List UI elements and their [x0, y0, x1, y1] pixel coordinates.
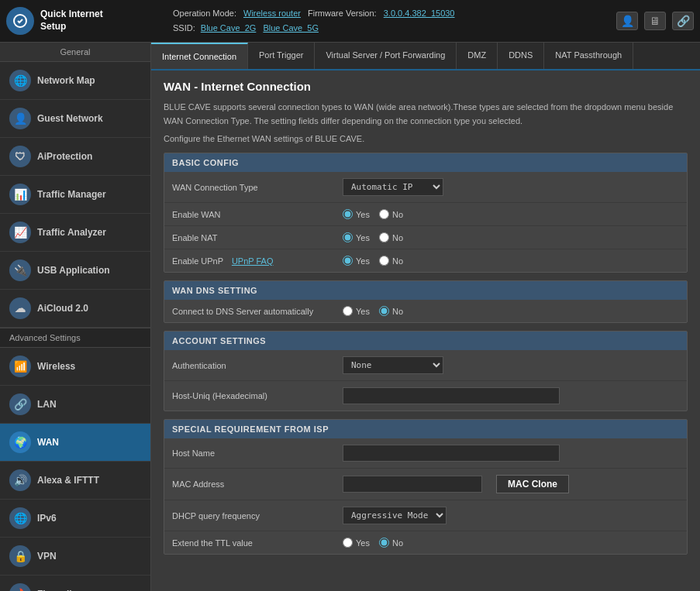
dns-yes-label[interactable]: Yes	[343, 306, 370, 316]
dhcp-query-select[interactable]: Aggressive Mode Normal Mode	[343, 507, 447, 524]
content-inner: WAN - Internet Connection BLUE CAVE supp…	[151, 70, 700, 591]
host-uniq-control	[343, 387, 679, 404]
sidebar-item-wan[interactable]: 🌍 WAN	[0, 424, 150, 462]
traffic-manager-icon: 📊	[9, 184, 31, 205]
enable-nat-yes-radio[interactable]	[343, 232, 353, 242]
extend-ttl-label: Extend the TTL value	[172, 538, 343, 548]
extend-ttl-no-radio[interactable]	[379, 538, 389, 548]
operation-mode-value[interactable]: Wireless router	[243, 9, 301, 18]
sidebar-item-traffic-manager[interactable]: 📊 Traffic Manager	[0, 176, 150, 214]
sidebar-label-network-map: Network Map	[37, 75, 95, 86]
sidebar-item-aicloud[interactable]: ☁ AiCloud 2.0	[0, 290, 150, 328]
dhcp-query-row: DHCP query frequency Aggressive Mode Nor…	[164, 500, 687, 531]
wan-connection-type-label: WAN Connection Type	[172, 183, 343, 192]
enable-upnp-yes-radio[interactable]	[343, 256, 353, 266]
enable-upnp-no-radio[interactable]	[379, 256, 389, 266]
network-map-icon: 🌐	[9, 70, 31, 91]
mac-address-row: MAC Address MAC Clone	[164, 469, 687, 500]
mac-clone-button[interactable]: MAC Clone	[496, 475, 569, 493]
description: BLUE CAVE supports several connection ty…	[164, 101, 688, 128]
sidebar-item-ipv6[interactable]: 🌐 IPv6	[0, 500, 150, 538]
tab-dmz[interactable]: DMZ	[457, 43, 498, 69]
authentication-row: Authentication None PAP CHAP	[164, 350, 687, 381]
extend-ttl-no-label[interactable]: No	[379, 538, 403, 548]
mac-address-input[interactable]	[343, 476, 482, 493]
dns-auto-row: Connect to DNS Server automatically Yes …	[164, 300, 687, 322]
dns-no-label[interactable]: No	[379, 306, 403, 316]
vpn-icon: 🔒	[9, 545, 31, 567]
sidebar-label-aicloud: AiCloud 2.0	[37, 303, 88, 314]
guest-network-icon: 👤	[9, 108, 31, 129]
sidebar-item-wireless[interactable]: 📶 Wireless	[0, 348, 150, 386]
tab-ddns[interactable]: DDNS	[498, 43, 544, 69]
quick-setup-section: Quick Internet Setup	[6, 7, 157, 35]
enable-nat-yes-label[interactable]: Yes	[343, 232, 370, 242]
enable-nat-no-label[interactable]: No	[379, 232, 403, 242]
quick-setup-title[interactable]: Quick Internet Setup	[40, 9, 103, 33]
sidebar-item-usb-application[interactable]: 🔌 USB Application	[0, 252, 150, 290]
operation-mode-label: Operation Mode:	[173, 9, 236, 18]
enable-wan-no-label[interactable]: No	[379, 209, 403, 219]
sidebar-label-vpn: VPN	[37, 551, 57, 562]
page-title: WAN - Internet Connection	[164, 80, 688, 93]
traffic-analyzer-icon: 📈	[9, 222, 31, 243]
sidebar-label-alexa-ifttt: Alexa & IFTTT	[37, 475, 99, 486]
enable-nat-row: Enable NAT Yes No	[164, 226, 687, 249]
extend-ttl-yes-label[interactable]: Yes	[343, 538, 370, 548]
dns-yes-radio[interactable]	[343, 306, 353, 316]
tab-port-trigger[interactable]: Port Trigger	[248, 43, 315, 69]
network-icon-btn[interactable]: 🔗	[672, 12, 694, 30]
dns-no-radio[interactable]	[379, 306, 389, 316]
sidebar-label-wan: WAN	[37, 437, 59, 448]
extend-ttl-yes-radio[interactable]	[343, 538, 353, 548]
tab-internet-connection[interactable]: Internet Connection	[151, 43, 248, 69]
sidebar-item-guest-network[interactable]: 👤 Guest Network	[0, 100, 150, 138]
enable-upnp-no-label[interactable]: No	[379, 256, 403, 266]
enable-upnp-row: Enable UPnP UPnP FAQ Yes No	[164, 249, 687, 272]
dns-auto-label: Connect to DNS Server automatically	[172, 307, 343, 316]
host-name-row: Host Name	[164, 438, 687, 469]
authentication-label: Authentication	[172, 361, 343, 370]
tab-virtual-server[interactable]: Virtual Server / Port Forwarding	[315, 43, 457, 69]
firmware-value[interactable]: 3.0.0.4.382_15030	[384, 9, 455, 18]
ssid-5g[interactable]: Blue Cave_5G	[263, 23, 319, 33]
upnp-faq-link[interactable]: UPnP FAQ	[232, 256, 274, 266]
sidebar: General 🌐 Network Map 👤 Guest Network 🛡 …	[0, 43, 151, 591]
enable-wan-row: Enable WAN Yes No	[164, 203, 687, 226]
wan-dns-header: WAN DNS Setting	[164, 281, 687, 300]
enable-nat-no-radio[interactable]	[379, 232, 389, 242]
monitor-icon-btn[interactable]: 🖥	[644, 12, 666, 30]
dhcp-query-control: Aggressive Mode Normal Mode	[343, 507, 679, 524]
sidebar-item-network-map[interactable]: 🌐 Network Map	[0, 62, 150, 100]
host-name-label: Host Name	[172, 448, 343, 458]
host-name-input[interactable]	[343, 445, 560, 462]
enable-wan-yes-label[interactable]: Yes	[343, 209, 370, 219]
sidebar-item-firewall[interactable]: 🔥 Firewall	[0, 576, 150, 591]
wan-connection-type-row: WAN Connection Type Automatic IP PPPoE P…	[164, 172, 687, 203]
wan-connection-type-control: Automatic IP PPPoE PPTP L2TP	[343, 178, 679, 196]
enable-wan-label: Enable WAN	[172, 210, 343, 219]
sidebar-item-alexa-ifttt[interactable]: 🔊 Alexa & IFTTT	[0, 462, 150, 500]
ssid-label: SSID:	[173, 23, 195, 33]
authentication-select[interactable]: None PAP CHAP	[343, 356, 443, 374]
sidebar-item-traffic-analyzer[interactable]: 📈 Traffic Analyzer	[0, 214, 150, 252]
user-icon-btn[interactable]: 👤	[616, 12, 638, 30]
sidebar-item-aiprotection[interactable]: 🛡 AiProtection	[0, 138, 150, 176]
basic-config-header: Basic Config	[164, 153, 687, 172]
quick-setup-icon	[6, 7, 34, 35]
ssid-2g[interactable]: Blue Cave_2G	[201, 23, 257, 33]
firmware-label: Firmware Version:	[308, 9, 377, 18]
tab-nat-passthrough[interactable]: NAT Passthrough	[544, 43, 633, 69]
enable-upnp-control: Yes No	[343, 256, 679, 266]
sidebar-item-lan[interactable]: 🔗 LAN	[0, 386, 150, 424]
ipv6-icon: 🌐	[9, 507, 31, 529]
wan-connection-type-select[interactable]: Automatic IP PPPoE PPTP L2TP	[343, 178, 443, 196]
enable-wan-yes-radio[interactable]	[343, 209, 353, 219]
enable-wan-no-radio[interactable]	[379, 209, 389, 219]
enable-upnp-label: Enable UPnP UPnP FAQ	[172, 256, 343, 266]
host-uniq-input[interactable]	[343, 387, 560, 404]
account-settings-header: Account Settings	[164, 332, 687, 350]
enable-upnp-yes-label[interactable]: Yes	[343, 256, 370, 266]
sidebar-item-vpn[interactable]: 🔒 VPN	[0, 538, 150, 576]
enable-nat-control: Yes No	[343, 232, 679, 242]
